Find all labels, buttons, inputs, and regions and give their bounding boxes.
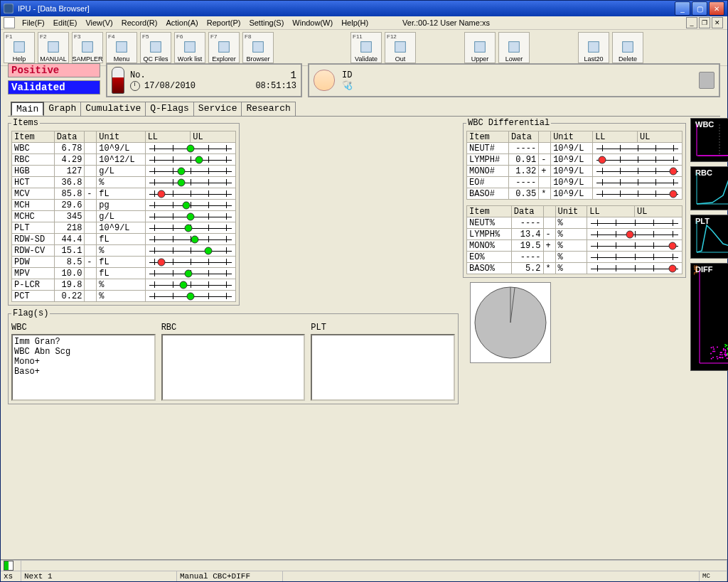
avatar-icon [314, 70, 335, 91]
status-positive: Positive [8, 63, 100, 77]
flags-wbc-list[interactable]: Imm Gran?WBC Abn ScgMono+Baso+ [11, 334, 156, 401]
tab-cumulative[interactable]: Cumulative [80, 102, 146, 116]
svg-point-43 [711, 347, 712, 348]
sample-no: 1 [149, 70, 296, 81]
patient-id-label: ID [342, 70, 353, 80]
flags-legend: Flag(s) [11, 308, 50, 318]
chart-diff: DIFF SFL SSC [690, 263, 728, 371]
maximize-button[interactable]: ▢ [692, 1, 707, 16]
svg-point-88 [726, 345, 727, 346]
svg-point-32 [724, 352, 726, 353]
patient-box: ID 🩺 [308, 63, 720, 97]
chart-wbc: WBC FSC [690, 118, 728, 162]
items-group: Items ItemDataUnitLLULWBC6.7810^9/LRBC4.… [8, 118, 240, 306]
flags-group: Flag(s) WBC Imm Gran?WBC Abn ScgMono+Bas… [8, 308, 459, 404]
progress-icon [4, 561, 14, 571]
mode-cell: Manual CBC+DIFF [177, 571, 283, 581]
tab-service[interactable]: Service [193, 102, 242, 116]
svg-point-40 [717, 346, 718, 347]
title-bar: IPU - [Data Browser] _ ▢ ✕ [1, 1, 727, 16]
svg-point-51 [723, 349, 724, 350]
svg-point-50 [717, 358, 718, 360]
diff-pct-table: ItemDataUnitLLULNEUT%----%LYMPH%13.4-%MO… [466, 205, 682, 274]
svg-point-36 [716, 356, 717, 357]
flags-rbc-list[interactable] [161, 334, 306, 401]
flag-wbc-label: WBC [11, 321, 156, 334]
svg-point-30 [722, 354, 723, 355]
tab-main[interactable]: Main [11, 102, 44, 116]
tab-q-flags[interactable]: Q-Flags [145, 102, 194, 116]
svg-point-52 [725, 353, 727, 355]
close-button[interactable]: ✕ [709, 1, 724, 16]
sample-no-label: No. [130, 70, 144, 80]
diff-group: WBC Differential ItemDataUnitLLULNEUT#--… [463, 118, 686, 278]
status-validated: Validated [8, 80, 100, 95]
status-box: Positive Validated [8, 63, 100, 97]
svg-point-44 [711, 358, 712, 360]
mc-cell: MC [700, 571, 727, 581]
tabstrip: MainGraphCumulativeQ-FlagsServiceResearc… [11, 102, 720, 116]
flag-plt-label: PLT [311, 321, 455, 334]
svg-point-70 [724, 344, 726, 345]
tab-graph[interactable]: Graph [43, 102, 81, 116]
diff-legend: WBC Differential [466, 118, 551, 128]
chart-rbc: RBC 250fL [690, 166, 728, 210]
next-cell: Next 1 [21, 571, 177, 581]
svg-point-55 [720, 357, 722, 358]
pie-chart [470, 282, 551, 363]
sample-box: No. 1 17/08/2010 08:51:13 [106, 63, 302, 97]
svg-point-49 [714, 351, 715, 352]
svg-point-56 [724, 355, 726, 357]
svg-point-39 [724, 349, 726, 350]
stethoscope-icon: 🩺 [342, 80, 353, 91]
user-cell: xs [1, 571, 21, 581]
tube-icon [112, 67, 124, 94]
svg-point-48 [720, 352, 722, 353]
clock-icon [130, 81, 140, 91]
minimize-button[interactable]: _ [675, 1, 690, 16]
svg-point-42 [712, 357, 714, 358]
chart-plt: PLT 40fL [690, 215, 728, 259]
app-icon [4, 4, 14, 14]
svg-point-57 [712, 347, 714, 348]
diff-abs-table: ItemDataUnitLLULNEUT#----10^9/LLYMPH#0.9… [466, 131, 682, 200]
svg-point-45 [724, 354, 725, 355]
svg-point-47 [727, 357, 728, 359]
window-title: IPU - [Data Browser] [18, 4, 675, 13]
svg-point-35 [719, 357, 720, 358]
sample-time: 08:51:13 [200, 81, 296, 91]
svg-point-54 [719, 354, 721, 355]
stamp-icon [699, 72, 714, 89]
svg-point-38 [712, 351, 714, 352]
svg-point-84 [724, 346, 726, 347]
svg-point-29 [713, 348, 714, 350]
status-bar: xs Next 1 Manual CBC+DIFF MC [1, 559, 727, 581]
tab-research[interactable]: Research [241, 102, 295, 116]
flags-plt-list[interactable] [311, 334, 455, 401]
items-legend: Items [11, 118, 40, 128]
svg-point-41 [722, 357, 723, 358]
items-table: ItemDataUnitLLULWBC6.7810^9/LRBC4.2910^1… [11, 131, 236, 302]
flag-rbc-label: RBC [161, 321, 306, 334]
svg-point-58 [710, 353, 712, 355]
sample-date: 17/08/2010 [144, 81, 196, 91]
